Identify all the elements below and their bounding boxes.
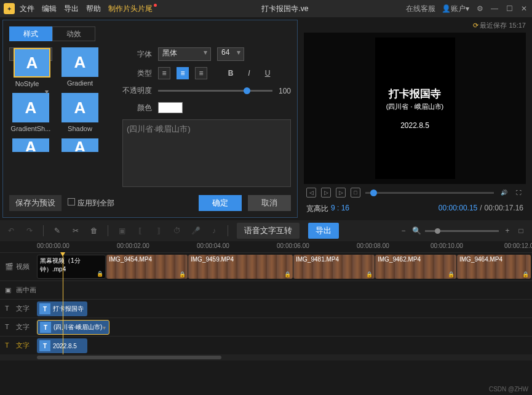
text-clip-2[interactable]: T(四川省·峨眉山市) (37, 320, 109, 335)
font-select[interactable]: 黑体 (158, 47, 211, 61)
cursor-icon[interactable]: ✎ (52, 226, 62, 236)
text-track-3: T文字 T2022.8.5 (0, 336, 532, 354)
preset-gradientshadow[interactable]: AGradientSh... (9, 93, 52, 132)
align-center-icon[interactable]: ≡ (177, 67, 189, 79)
menu-export[interactable]: 导出 (64, 4, 79, 14)
mark-out-icon[interactable]: ⟧ (154, 226, 164, 236)
snap-icon[interactable]: □ (516, 226, 526, 236)
align-right-icon[interactable]: ≡ (195, 67, 207, 79)
pip-track-icon: ▣ (5, 286, 14, 295)
fullscreen-icon[interactable]: ⛶ (514, 188, 523, 198)
preset-extra-1[interactable]: A (9, 138, 52, 154)
title-bar: ✦ 文件 编辑 导出 帮助 制作片头片尾 打卡报国寺.ve 在线客服 👤账户▾ … (0, 0, 532, 17)
underline-button[interactable]: U (261, 67, 274, 79)
text-content-input[interactable]: (四川省·峨眉山市) (122, 119, 291, 187)
clip-black[interactable]: 黑幕视频（1分钟）.mp4🔒 (37, 255, 106, 279)
next-frame-icon[interactable]: ▷ (336, 188, 346, 198)
pip-track: ▣画中画 (0, 281, 532, 299)
mic-icon[interactable]: 🎤 (191, 226, 200, 236)
clip-v5[interactable]: IMG_9464.MP4🔒 (457, 255, 531, 279)
redo-icon[interactable]: ↷ (25, 226, 34, 236)
text-style-panel: 样式 动效 ANoStyle AGradient AGradientSh... … (2, 20, 298, 218)
preview-text-1: 打卡报国寺 (389, 87, 441, 101)
text-clip-1[interactable]: T打卡报国寺 (37, 301, 87, 316)
text-clip-3[interactable]: T2022.8.5 (37, 338, 87, 353)
timeline-toolbar: ↶ ↷ ✎ ✂ 🗑 ▣ ⟦ ⟧ ⏱ 🎤 ♪ 语音文字互转 导出 − 🔍 + □ (0, 220, 532, 241)
ratio-label: 宽高比 (306, 204, 328, 214)
current-time: 00:00:00.15 (439, 204, 477, 214)
close-icon[interactable]: ✕ (520, 4, 528, 13)
settings-icon[interactable]: ⚙ (475, 4, 484, 13)
watermark: CSDN @ZHW (489, 386, 528, 393)
ok-button[interactable]: 确定 (199, 195, 242, 211)
preset-gradient[interactable]: AGradient (58, 47, 101, 87)
music-icon[interactable]: ♪ (209, 226, 219, 236)
menu-edit[interactable]: 编辑 (42, 4, 57, 14)
menu-make-title[interactable]: 制作片头片尾 (108, 4, 157, 14)
video-track: 🎬视频 黑幕视频（1分钟）.mp4🔒 IMG_9454.MP4🔒 IMG_945… (0, 252, 532, 281)
zoom-search-icon: 🔍 (412, 226, 421, 235)
save-preset-button[interactable]: 保存为预设 (9, 195, 62, 211)
play-icon[interactable]: ▷ (321, 188, 331, 198)
clip-v1[interactable]: IMG_9454.MP4🔒 (106, 255, 188, 279)
clip-v3[interactable]: IMG_9481.MP4🔒 (293, 255, 375, 279)
export-button[interactable]: 导出 (308, 223, 339, 239)
time-ruler[interactable]: 00:00:00.00 00:00:02.00 00:00:04.00 00:0… (37, 241, 532, 252)
progress-slider[interactable] (365, 192, 494, 194)
align-left-icon[interactable]: ≡ (158, 67, 170, 79)
color-swatch[interactable] (158, 102, 183, 113)
zoom-in-icon[interactable]: + (502, 226, 512, 236)
ratio-value[interactable]: 9 : 16 (331, 204, 349, 214)
time-sep: / (480, 204, 482, 214)
maximize-icon[interactable]: ☐ (505, 4, 514, 13)
crop-icon[interactable]: ▣ (117, 226, 127, 236)
color-label: 颜色 (122, 103, 152, 113)
app-logo: ✦ (4, 3, 15, 14)
total-time: 00:00:17.16 (485, 204, 523, 214)
tab-style[interactable]: 样式 (9, 26, 52, 41)
text-track-icon: T (5, 323, 14, 332)
clip-v4[interactable]: IMG_9462.MP4🔒 (375, 255, 456, 279)
playhead[interactable] (63, 252, 63, 354)
preview-area: ⟳最近保存 15:17 打卡报国寺 (四川省 · 峨眉山市) 2022.8.5 … (300, 17, 532, 220)
menu-file[interactable]: 文件 (20, 4, 34, 14)
preview-text-3: 2022.8.5 (400, 121, 429, 130)
document-title: 打卡报国寺.ve (164, 4, 406, 14)
horizontal-scrollbar[interactable] (0, 354, 532, 361)
preset-shadow[interactable]: AShadow (58, 93, 101, 132)
minimize-icon[interactable]: — (490, 4, 499, 13)
preset-extra-2[interactable]: A (58, 138, 101, 154)
cancel-button[interactable]: 取消 (248, 195, 291, 211)
split-icon[interactable]: ✂ (71, 226, 81, 236)
zoom-out-icon[interactable]: − (399, 226, 408, 236)
play-controls: ◁ ▷ ▷ □ 🔊 ⛶ (304, 184, 526, 201)
delete-icon[interactable]: 🗑 (89, 226, 99, 236)
online-service-link[interactable]: 在线客服 (406, 4, 435, 14)
font-size-select[interactable]: 64 (217, 47, 244, 61)
italic-button[interactable]: I (243, 67, 255, 79)
preset-grid: ANoStyle AGradient AGradientSh... AShado… (9, 47, 113, 190)
prev-frame-icon[interactable]: ◁ (306, 188, 316, 198)
undo-icon[interactable]: ↶ (6, 226, 16, 236)
text-track-2: T文字 T(四川省·峨眉山市) (0, 317, 532, 336)
preset-nostyle[interactable]: ANoStyle (9, 47, 52, 61)
voice-text-button[interactable]: 语音文字互转 (237, 223, 300, 239)
text-track-1: T文字 T打卡报国寺 (0, 299, 532, 317)
opacity-label: 不透明度 (122, 86, 152, 96)
apply-all-checkbox[interactable]: 应用到全部 (68, 198, 114, 209)
mark-in-icon[interactable]: ⟦ (135, 226, 145, 236)
preview-text-2: (四川省 · 峨眉山市) (386, 102, 444, 111)
opacity-slider[interactable] (158, 90, 272, 92)
account-menu[interactable]: 👤账户▾ (442, 4, 469, 14)
volume-icon[interactable]: 🔊 (499, 188, 509, 198)
video-preview: 打卡报国寺 (四川省 · 峨眉山市) 2022.8.5 (304, 33, 526, 184)
text-form: 字体 黑体 64 类型 ≡ ≡ ≡ B I U 不透明度 100 (122, 47, 291, 190)
bold-button[interactable]: B (224, 67, 237, 79)
last-save-label: ⟳最近保存 15:17 (304, 21, 526, 30)
zoom-slider[interactable] (425, 230, 499, 232)
menu-help[interactable]: 帮助 (86, 4, 101, 14)
tab-animation[interactable]: 动效 (52, 26, 95, 41)
clip-v2[interactable]: IMG_9459.MP4🔒 (188, 255, 293, 279)
speed-icon[interactable]: ⏱ (172, 226, 182, 236)
stop-icon[interactable]: □ (351, 188, 360, 198)
